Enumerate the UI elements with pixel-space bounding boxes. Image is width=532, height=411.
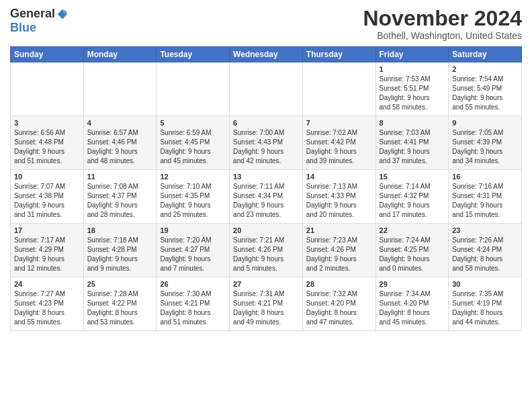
week-row-0: 1Sunrise: 7:53 AM Sunset: 5:51 PM Daylig…: [11, 62, 522, 116]
header-wednesday: Wednesday: [230, 47, 303, 62]
day-info-30: Sunrise: 7:35 AM Sunset: 4:19 PM Dayligh…: [452, 289, 518, 327]
day-number-3: 3: [14, 119, 80, 127]
header-sunday: Sunday: [11, 47, 84, 62]
day-number-13: 13: [233, 173, 299, 181]
day-info-7: Sunrise: 7:02 AM Sunset: 4:42 PM Dayligh…: [306, 128, 372, 166]
calendar-cell-w3-d0: 17Sunrise: 7:17 AM Sunset: 4:29 PM Dayli…: [11, 224, 84, 277]
day-info-14: Sunrise: 7:13 AM Sunset: 4:33 PM Dayligh…: [306, 182, 372, 220]
calendar-cell-w2-d0: 10Sunrise: 7:07 AM Sunset: 4:38 PM Dayli…: [11, 170, 84, 224]
month-title: November 2024: [363, 7, 522, 30]
day-number-6: 6: [233, 119, 299, 127]
day-info-19: Sunrise: 7:20 AM Sunset: 4:27 PM Dayligh…: [160, 236, 226, 273]
day-info-3: Sunrise: 6:56 AM Sunset: 4:48 PM Dayligh…: [14, 128, 80, 166]
week-row-2: 10Sunrise: 7:07 AM Sunset: 4:38 PM Dayli…: [11, 170, 522, 224]
calendar-cell-w3-d6: 23Sunrise: 7:26 AM Sunset: 4:24 PM Dayli…: [449, 224, 522, 277]
calendar-cell-w0-d5: 1Sunrise: 7:53 AM Sunset: 5:51 PM Daylig…: [375, 62, 449, 116]
calendar-cell-w0-d1: [83, 62, 157, 116]
day-info-15: Sunrise: 7:14 AM Sunset: 4:32 PM Dayligh…: [380, 182, 445, 220]
calendar-cell-w0-d2: [157, 62, 230, 116]
day-info-9: Sunrise: 7:05 AM Sunset: 4:39 PM Dayligh…: [452, 128, 518, 166]
calendar-cell-w2-d3: 13Sunrise: 7:11 AM Sunset: 4:34 PM Dayli…: [230, 170, 303, 224]
calendar-cell-w4-d0: 24Sunrise: 7:27 AM Sunset: 4:23 PM Dayli…: [11, 277, 84, 331]
calendar-cell-w2-d4: 14Sunrise: 7:13 AM Sunset: 4:33 PM Dayli…: [302, 170, 375, 224]
day-number-1: 1: [380, 65, 445, 73]
day-number-8: 8: [380, 119, 445, 127]
day-number-26: 26: [160, 280, 226, 288]
calendar-cell-w2-d6: 16Sunrise: 7:16 AM Sunset: 4:31 PM Dayli…: [449, 170, 522, 224]
calendar-cell-w1-d3: 6Sunrise: 7:00 AM Sunset: 4:43 PM Daylig…: [230, 116, 303, 170]
day-number-15: 15: [380, 173, 445, 181]
day-number-7: 7: [306, 119, 372, 127]
header: General Blue November 2024 Bothell, Wash…: [10, 7, 522, 41]
day-info-2: Sunrise: 7:54 AM Sunset: 5:49 PM Dayligh…: [452, 75, 518, 112]
calendar-cell-w3-d2: 19Sunrise: 7:20 AM Sunset: 4:27 PM Dayli…: [157, 224, 230, 277]
logo-general: General: [10, 7, 55, 21]
day-info-5: Sunrise: 6:59 AM Sunset: 4:45 PM Dayligh…: [160, 128, 226, 166]
day-number-23: 23: [452, 226, 518, 234]
calendar-cell-w4-d4: 28Sunrise: 7:32 AM Sunset: 4:20 PM Dayli…: [302, 277, 375, 331]
day-info-28: Sunrise: 7:32 AM Sunset: 4:20 PM Dayligh…: [306, 289, 372, 327]
header-tuesday: Tuesday: [157, 47, 230, 62]
day-info-20: Sunrise: 7:21 AM Sunset: 4:26 PM Dayligh…: [233, 236, 299, 273]
calendar-cell-w1-d1: 4Sunrise: 6:57 AM Sunset: 4:46 PM Daylig…: [83, 116, 157, 170]
day-number-16: 16: [452, 173, 518, 181]
day-info-10: Sunrise: 7:07 AM Sunset: 4:38 PM Dayligh…: [14, 182, 80, 220]
calendar-cell-w4-d5: 29Sunrise: 7:34 AM Sunset: 4:20 PM Dayli…: [375, 277, 449, 331]
day-info-27: Sunrise: 7:31 AM Sunset: 4:21 PM Dayligh…: [233, 289, 299, 327]
day-info-18: Sunrise: 7:18 AM Sunset: 4:28 PM Dayligh…: [87, 236, 153, 273]
day-info-12: Sunrise: 7:10 AM Sunset: 4:35 PM Dayligh…: [160, 182, 226, 220]
day-number-2: 2: [452, 65, 518, 73]
calendar-header-row: Sunday Monday Tuesday Wednesday Thursday…: [11, 47, 522, 62]
day-info-22: Sunrise: 7:24 AM Sunset: 4:25 PM Dayligh…: [380, 236, 445, 273]
day-number-21: 21: [306, 226, 372, 234]
day-info-29: Sunrise: 7:34 AM Sunset: 4:20 PM Dayligh…: [380, 289, 445, 327]
calendar-cell-w0-d3: [230, 62, 303, 116]
calendar-cell-w1-d2: 5Sunrise: 6:59 AM Sunset: 4:45 PM Daylig…: [157, 116, 230, 170]
calendar-cell-w1-d5: 8Sunrise: 7:03 AM Sunset: 4:41 PM Daylig…: [375, 116, 449, 170]
day-info-25: Sunrise: 7:28 AM Sunset: 4:22 PM Dayligh…: [87, 289, 153, 327]
day-info-21: Sunrise: 7:23 AM Sunset: 4:26 PM Dayligh…: [306, 236, 372, 273]
day-info-24: Sunrise: 7:27 AM Sunset: 4:23 PM Dayligh…: [14, 289, 80, 327]
location: Bothell, Washington, United States: [363, 30, 522, 41]
day-info-4: Sunrise: 6:57 AM Sunset: 4:46 PM Dayligh…: [87, 128, 153, 166]
main-container: General Blue November 2024 Bothell, Wash…: [0, 0, 532, 411]
day-info-1: Sunrise: 7:53 AM Sunset: 5:51 PM Dayligh…: [380, 75, 445, 112]
day-info-13: Sunrise: 7:11 AM Sunset: 4:34 PM Dayligh…: [233, 182, 299, 220]
calendar-cell-w4-d6: 30Sunrise: 7:35 AM Sunset: 4:19 PM Dayli…: [449, 277, 522, 331]
calendar-cell-w0-d4: [302, 62, 375, 116]
day-number-9: 9: [452, 119, 518, 127]
calendar-cell-w1-d6: 9Sunrise: 7:05 AM Sunset: 4:39 PM Daylig…: [449, 116, 522, 170]
day-number-27: 27: [233, 280, 299, 288]
calendar-cell-w1-d0: 3Sunrise: 6:56 AM Sunset: 4:48 PM Daylig…: [11, 116, 84, 170]
title-section: November 2024 Bothell, Washington, Unite…: [363, 7, 522, 41]
week-row-4: 24Sunrise: 7:27 AM Sunset: 4:23 PM Dayli…: [11, 277, 522, 331]
day-number-22: 22: [380, 226, 445, 234]
day-number-25: 25: [87, 280, 153, 288]
calendar-cell-w3-d4: 21Sunrise: 7:23 AM Sunset: 4:26 PM Dayli…: [302, 224, 375, 277]
logo-text: General: [10, 7, 69, 21]
day-number-11: 11: [87, 173, 153, 181]
day-info-23: Sunrise: 7:26 AM Sunset: 4:24 PM Dayligh…: [452, 236, 518, 273]
week-row-3: 17Sunrise: 7:17 AM Sunset: 4:29 PM Dayli…: [11, 224, 522, 277]
calendar-cell-w2-d1: 11Sunrise: 7:08 AM Sunset: 4:37 PM Dayli…: [83, 170, 157, 224]
logo-blue: Blue: [10, 21, 36, 35]
calendar-cell-w0-d6: 2Sunrise: 7:54 AM Sunset: 5:49 PM Daylig…: [449, 62, 522, 116]
calendar-table: Sunday Monday Tuesday Wednesday Thursday…: [10, 46, 522, 331]
calendar-cell-w4-d3: 27Sunrise: 7:31 AM Sunset: 4:21 PM Dayli…: [230, 277, 303, 331]
calendar-cell-w3-d5: 22Sunrise: 7:24 AM Sunset: 4:25 PM Dayli…: [375, 224, 449, 277]
logo-icon: [56, 8, 69, 20]
calendar-cell-w4-d1: 25Sunrise: 7:28 AM Sunset: 4:22 PM Dayli…: [83, 277, 157, 331]
calendar-cell-w3-d3: 20Sunrise: 7:21 AM Sunset: 4:26 PM Dayli…: [230, 224, 303, 277]
day-info-16: Sunrise: 7:16 AM Sunset: 4:31 PM Dayligh…: [452, 182, 518, 220]
day-number-20: 20: [233, 226, 299, 234]
calendar-cell-w3-d1: 18Sunrise: 7:18 AM Sunset: 4:28 PM Dayli…: [83, 224, 157, 277]
day-number-10: 10: [14, 173, 80, 181]
day-number-5: 5: [160, 119, 226, 127]
header-saturday: Saturday: [449, 47, 522, 62]
day-number-17: 17: [14, 226, 80, 234]
day-number-19: 19: [160, 226, 226, 234]
calendar-cell-w0-d0: [11, 62, 84, 116]
day-number-29: 29: [380, 280, 445, 288]
day-number-18: 18: [87, 226, 153, 234]
day-info-17: Sunrise: 7:17 AM Sunset: 4:29 PM Dayligh…: [14, 236, 80, 273]
